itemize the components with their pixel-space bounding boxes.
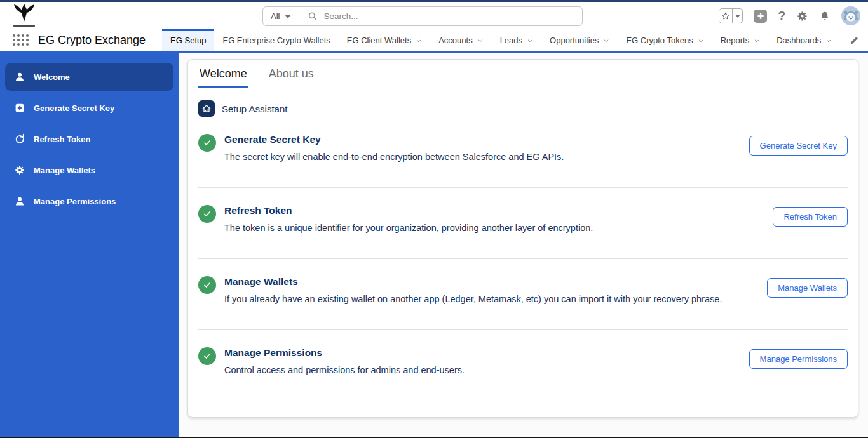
section-description: If you already have an existing wallet o… — [224, 293, 726, 306]
success-check-icon — [198, 347, 216, 365]
nav-tab-label: Dashboards — [776, 36, 821, 45]
sidebar-item-label: Manage Wallets — [34, 166, 95, 175]
section-title: Manage Permissions — [224, 347, 741, 359]
nav-tab-leads[interactable]: Leads — [492, 29, 541, 51]
nav-tab-label: Leads — [500, 36, 522, 45]
chevron-down-icon[interactable] — [754, 37, 760, 44]
section-refresh-token: Refresh Token The token is a unique iden… — [198, 188, 848, 259]
favorites-star-button[interactable] — [719, 9, 733, 23]
nav-tab-eg-enterprise-crypto-wallets[interactable]: EG Enterprise Crypto Wallets — [214, 29, 338, 51]
success-check-icon — [198, 205, 216, 223]
manage-permissions-button[interactable]: Manage Permissions — [749, 349, 848, 369]
chevron-down-icon[interactable] — [698, 37, 704, 44]
favorites-button-group — [719, 8, 743, 23]
sidebar-item-generate-secret-key[interactable]: Generate Secret Key — [5, 94, 173, 122]
global-search: All — [262, 6, 583, 26]
app-navigation-bar: EG Crypto Exchange EG Setup EG Enterpris… — [0, 29, 868, 53]
edit-nav-button[interactable] — [849, 36, 859, 48]
section-description: Control access and permissions for admin… — [224, 364, 726, 377]
chevron-down-icon — [285, 15, 291, 18]
app-name: EG Crypto Exchange — [38, 34, 146, 47]
question-mark-icon: ? — [778, 9, 785, 22]
sidebar-item-manage-wallets[interactable]: Manage Wallets — [5, 156, 173, 184]
nav-tab-label: EG Enterprise Crypto Wallets — [222, 36, 330, 45]
chevron-down-icon[interactable] — [603, 37, 609, 44]
nav-tab-opportunities[interactable]: Opportunities — [541, 29, 618, 51]
gear-icon — [14, 164, 25, 176]
nav-tab-dashboards[interactable]: Dashboards — [768, 29, 840, 51]
company-logo — [8, 3, 41, 27]
refresh-icon — [14, 133, 25, 145]
avatar-astro-icon — [841, 6, 860, 25]
quick-create-button[interactable]: + — [754, 10, 767, 23]
section-description: The secret key will enable end-to-end en… — [224, 150, 726, 164]
sidebar-item-label: Generate Secret Key — [34, 103, 114, 113]
sidebar-item-refresh-token[interactable]: Refresh Token — [5, 125, 173, 153]
sidebar-item-manage-permissions[interactable]: Manage Permissions — [5, 187, 173, 215]
sidebar-item-label: Manage Permissions — [34, 197, 116, 206]
user-avatar[interactable] — [841, 6, 860, 25]
app-window: All — [0, 0, 868, 438]
star-icon — [721, 11, 730, 20]
favorites-dropdown-button[interactable] — [733, 9, 742, 23]
nav-tab-label: Reports — [721, 36, 750, 45]
logo-mark — [12, 3, 36, 24]
manage-wallets-button[interactable]: Manage Wallets — [767, 278, 848, 298]
sidebar-item-label: Refresh Token — [34, 135, 90, 144]
search-input[interactable] — [324, 11, 573, 21]
section-text: Refresh Token The token is a unique iden… — [224, 205, 764, 235]
notifications-button[interactable] — [819, 10, 831, 22]
section-manage-permissions: Manage Permissions Control access and pe… — [198, 330, 848, 401]
section-text: Manage Wallets If you already have an ex… — [224, 276, 759, 306]
chevron-down-icon — [735, 15, 740, 18]
search-scope-dropdown[interactable]: All — [263, 7, 299, 25]
setup-sidebar: Welcome Generate Secret Key — [0, 53, 179, 438]
header-actions: + ? — [719, 5, 860, 27]
section-text: Generate Secret Key The secret key will … — [224, 134, 741, 164]
user-icon — [14, 71, 25, 83]
user-icon — [14, 196, 25, 207]
section-manage-wallets: Manage Wallets If you already have an ex… — [198, 259, 848, 330]
nav-tab-reports[interactable]: Reports — [712, 29, 769, 51]
tab-label: Welcome — [200, 67, 247, 80]
search-scope-label: All — [271, 11, 280, 21]
plus-icon: + — [757, 10, 764, 22]
section-title: Generate Secret Key — [224, 134, 741, 145]
nav-tab-label: EG Crypto Tokens — [626, 36, 693, 45]
tab-welcome[interactable]: Welcome — [198, 67, 248, 88]
help-button[interactable]: ? — [778, 9, 785, 23]
section-title: Refresh Token — [224, 205, 764, 216]
nav-tab-accounts[interactable]: Accounts — [430, 29, 491, 51]
home-chart-icon — [198, 100, 215, 117]
chevron-down-icon[interactable] — [825, 37, 832, 44]
search-icon — [308, 11, 317, 21]
chevron-down-icon[interactable] — [477, 37, 484, 44]
card-inner: Setup Assistant Generate Secret Key The … — [188, 100, 858, 401]
chevron-down-icon[interactable] — [416, 37, 422, 44]
nav-tab-eg-setup[interactable]: EG Setup — [162, 29, 214, 51]
setup-assistant-header: Setup Assistant — [198, 100, 848, 117]
nav-tab-eg-crypto-tokens[interactable]: EG Crypto Tokens — [618, 29, 712, 51]
success-check-icon — [198, 276, 216, 294]
chevron-down-icon[interactable] — [527, 37, 533, 44]
refresh-token-button[interactable]: Refresh Token — [773, 207, 848, 227]
nav-tab-label: EG Client Wallets — [347, 36, 411, 45]
nav-tabs: EG Setup EG Enterprise Crypto Wallets EG… — [162, 29, 868, 51]
nav-tab-label: EG Setup — [170, 36, 206, 45]
sidebar-item-welcome[interactable]: Welcome — [5, 63, 173, 91]
generate-secret-key-button[interactable]: Generate Secret Key — [749, 136, 848, 156]
tab-label: About us — [269, 67, 314, 80]
setup-gear-button[interactable] — [796, 10, 808, 22]
section-text: Manage Permissions Control access and pe… — [224, 347, 741, 377]
pencil-icon — [849, 36, 859, 46]
setup-assistant-title: Setup Assistant — [222, 103, 287, 114]
global-header: All — [0, 2, 868, 29]
nav-tab-eg-client-wallets[interactable]: EG Client Wallets — [339, 29, 430, 51]
nav-tab-label: Accounts — [438, 36, 472, 45]
tab-about-us[interactable]: About us — [268, 67, 315, 88]
nav-tab-label: Opportunities — [550, 36, 599, 45]
success-check-icon — [198, 134, 216, 152]
gear-icon — [796, 10, 808, 22]
search-input-wrap — [299, 11, 582, 21]
app-launcher-icon[interactable] — [13, 34, 29, 46]
